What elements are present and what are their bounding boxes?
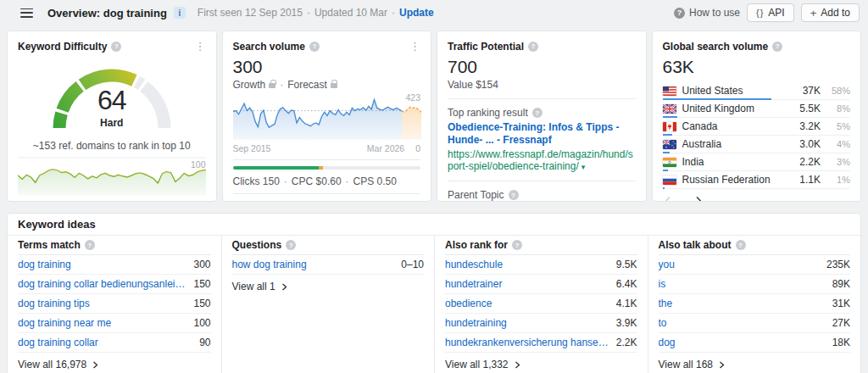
country-percent: 4% [826,139,850,149]
help-icon[interactable]: ? [309,42,320,52]
keyword-volume: 150 [193,278,210,290]
keyword-link[interactable]: hundetraining [445,317,609,329]
keyword-difficulty-card: Keyword Difficulty ? ⋮ 64 Hard ~153 ref.… [7,31,217,202]
keyword-row: dog training collar bedienungsanleitung … [18,275,211,294]
keyword-link[interactable]: how dog training [232,259,395,270]
keyword-link[interactable]: to [659,317,826,329]
desktop-link[interactable]: Desktop [285,200,322,202]
plus-icon: + [810,7,817,19]
country-row: Canada 3.2K 5% [663,118,851,136]
keyword-link[interactable]: dog training [18,259,186,270]
country-volume: 5.5K [799,103,821,114]
keyword-ideas-panel: Keyword ideas Terms match? dog training3… [7,213,861,373]
keyword-link[interactable]: dog training collar bedienungsanleitung … [18,278,186,290]
country-volume: 2.2K [799,156,821,168]
help-icon[interactable]: ? [532,108,542,118]
separator-dot: · [346,175,349,187]
help-icon[interactable]: ? [528,42,538,52]
growth-link[interactable]: Growth [233,79,266,91]
keyword-row: you235K [659,255,851,275]
keyword-volume: 2.2K [616,337,637,348]
separator-dot: · [307,7,310,19]
help-icon[interactable]: ? [111,42,121,52]
country-name: Australia [682,138,794,150]
keyword-volume: 300 [193,259,210,270]
help-icon[interactable]: ? [85,240,95,250]
help-icon[interactable]: ? [286,240,296,250]
view-all-link[interactable]: View all 168 [659,353,851,373]
keyword-link[interactable]: is [659,278,826,290]
keyword-link[interactable]: hundeschule [445,259,609,270]
view-all-link[interactable]: View all 16,978 [18,353,211,373]
country-percent: 3% [826,157,850,167]
top-result-url-link[interactable]: https://www.fressnapf.de/magazin/hund/sp… [448,148,636,173]
forecast-link[interactable]: Forecast [287,79,327,91]
column-header: Questions [232,239,282,251]
country-pagination [663,189,851,202]
keyword-link[interactable]: dog training collar [18,337,192,348]
chevron-right-icon [281,283,287,291]
cps-metric: CPS 0.50 [353,175,397,187]
top-ranking-label: Top ranking result [448,107,528,119]
prev-page-button[interactable] [665,196,671,202]
country-name: United Kingdom [682,103,794,114]
country-row: India 2.2K 3% [663,153,851,171]
keyword-link[interactable]: dog training tips [18,298,186,309]
keyword-link[interactable]: the [659,298,826,309]
help-icon[interactable]: ? [736,240,746,250]
mobile-link[interactable]: Mobile [233,200,263,202]
tp-value-line: Value $154 [448,79,636,91]
global-search-volume-card: Global search volume ? 63K United States… [652,31,862,202]
keyword-row: dog training tips150 [18,294,211,314]
flag-united-states-icon [663,86,676,96]
separator-dot: · [277,200,281,202]
keyword-row: hundekrankenversicherung hanse merkur2.2… [445,333,637,353]
keyword-volume: 90 [199,337,210,348]
clicks-metric: Clicks 150 [233,175,280,187]
add-to-button[interactable]: + Add to [801,3,860,22]
keyword-volume: 4.1K [616,298,637,309]
flag-russia-icon [663,175,676,185]
keyword-link[interactable]: you [659,259,820,270]
sv-xstart-label: Sep 2015 [233,143,271,153]
keyword-volume: 18K [832,337,850,348]
keyword-link[interactable]: obedience [445,298,609,309]
help-icon[interactable]: ? [772,42,782,52]
questions-column: Questions? how dog training0–10 View all… [221,236,435,373]
lock-icon [331,83,337,88]
help-icon[interactable]: ? [512,240,522,250]
help-icon[interactable]: ? [509,190,519,200]
column-header: Also talk about [659,239,732,251]
keyword-row: the31K [659,294,851,314]
keyword-row: to27K [659,314,851,333]
next-page-button[interactable] [695,196,702,202]
kd-xstart-label: May 2021 [18,199,57,202]
menu-icon[interactable] [20,8,33,18]
flag-canada-icon [663,122,676,131]
braces-icon: {} [756,8,764,18]
lock-icon [269,83,275,88]
view-all-link[interactable]: View all 1,332 [445,353,637,373]
country-volume: 1.1K [799,174,821,186]
view-all-label: View all 1 [232,281,275,292]
keyword-row: how dog training0–10 [232,255,425,275]
update-link[interactable]: Update [399,7,434,19]
how-to-use-link[interactable]: ? How to use [674,7,740,19]
keyword-link[interactable]: dog [659,337,826,348]
keyword-link[interactable]: hundekrankenversicherung hanse merkur [445,337,609,348]
gv-title: Global search volume [663,41,769,53]
kebab-menu-icon[interactable]: ⋮ [195,42,206,51]
url-dropdown-caret-icon[interactable]: ▾ [581,163,586,171]
view-all-link[interactable]: View all 1 [232,275,425,297]
chevron-right-icon [92,361,98,369]
kebab-menu-icon[interactable]: ⋮ [409,42,420,51]
search-volume-card: Search volume ? ⋮ 300 Growth · Forecast … [222,31,432,202]
api-button[interactable]: {} API [747,3,794,22]
top-result-title-link[interactable]: Obedience-Training: Infos & Tipps - Hund… [448,121,636,147]
keyword-link[interactable]: dog training near me [18,317,186,329]
traffic-potential-card: Traffic Potential ? 700 Value $154 Top r… [437,31,647,202]
keyword-link[interactable]: hundetrainer [445,278,609,290]
sv-history-chart: 423 Sep 2015 Mar 2026 0 [233,96,421,153]
kd-history-chart: 100 May 2021 Mar 2025 0 [18,157,206,202]
info-badge-icon[interactable]: i [174,7,186,19]
